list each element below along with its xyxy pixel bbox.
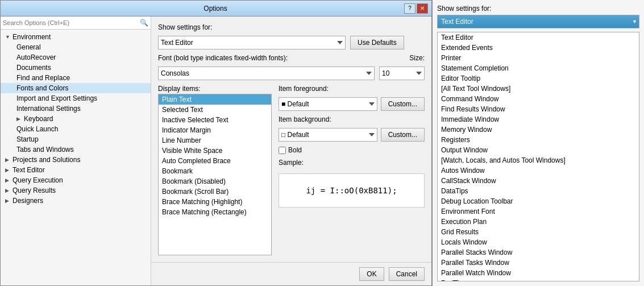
title-bar: Options ? ✕ — [1, 1, 431, 16]
right-list-item[interactable]: Environment Font — [438, 206, 639, 217]
tree-item-fonts-colors[interactable]: Fonts and Colors — [1, 83, 151, 93]
right-list-item[interactable]: Printer — [438, 53, 639, 63]
tree-item-designers[interactable]: ▶ Designers — [1, 196, 151, 206]
bold-checkbox[interactable] — [279, 147, 286, 154]
right-list-item[interactable]: Registers — [438, 135, 639, 145]
settings-panel: Show settings for: Text Editor Use Defau… — [151, 16, 431, 262]
right-list-item[interactable]: Parallel Tasks Window — [438, 258, 639, 268]
list-item[interactable]: Line Number — [159, 135, 271, 146]
right-side-panel: Show settings for: Text Editor ▼ Text Ed… — [432, 0, 644, 286]
right-list-item[interactable]: Grid Results — [438, 227, 639, 237]
search-box[interactable]: 🔍 — [1, 16, 151, 30]
right-list-item[interactable]: Text Editor — [438, 32, 639, 43]
bg-custom-button[interactable]: Custom... — [381, 128, 425, 142]
list-item[interactable]: Brace Matching (Highlight) — [159, 197, 271, 207]
right-panel-dropdown[interactable]: Text Editor — [437, 15, 639, 28]
tree-item-documents[interactable]: Documents — [1, 63, 151, 73]
bold-checkbox-row: Bold — [279, 146, 425, 154]
tree-label: Text Editor — [13, 166, 45, 174]
expand-icon: ▶ — [5, 157, 11, 163]
right-list-item[interactable]: Extended Events — [438, 43, 639, 53]
fg-label-row: Item foreground: — [279, 85, 425, 93]
list-item[interactable]: Plain Text — [159, 94, 271, 105]
right-list-item[interactable]: Execution Plan — [438, 217, 639, 227]
expand-icon: ▼ — [5, 34, 11, 40]
tree-label: Documents — [16, 64, 51, 72]
tree-item-general[interactable]: General — [1, 42, 151, 52]
right-list-item[interactable]: Parallel Stacks Window — [438, 247, 639, 258]
display-items-listbox[interactable]: Plain TextSelected TextInactive Selected… — [158, 94, 272, 255]
dialog-title: Options — [27, 5, 404, 13]
right-list-item[interactable]: [Watch, Locals, and Autos Tool Windows] — [438, 155, 639, 165]
tree-item-international[interactable]: International Settings — [1, 103, 151, 114]
sample-label-row: Sample: — [279, 159, 425, 167]
tree-item-projects-solutions[interactable]: ▶ Projects and Solutions — [1, 155, 151, 165]
right-list-item[interactable]: Statement Completion — [438, 63, 639, 73]
right-list-item[interactable]: [All Text Tool Windows] — [438, 84, 639, 94]
tree-item-query-execution[interactable]: ▶ Query Execution — [1, 175, 151, 185]
expand-icon: ▶ — [5, 177, 11, 183]
list-item[interactable]: Visible White Space — [159, 146, 271, 156]
tree-item-autorecover[interactable]: AutoRecover — [1, 52, 151, 63]
tree-label: Keyboard — [24, 115, 53, 123]
right-panel-list[interactable]: Text EditorExtended EventsPrinterStateme… — [437, 32, 639, 281]
list-item[interactable]: Selected Text — [159, 105, 271, 115]
right-list-item[interactable]: Locals Window — [438, 237, 639, 247]
right-list-item[interactable]: Debug Location Toolbar — [438, 196, 639, 206]
right-list-item[interactable]: Command Window — [438, 94, 639, 104]
right-list-item[interactable]: CallStack Window — [438, 176, 639, 186]
tree-item-find-replace[interactable]: Find and Replace — [1, 73, 151, 83]
right-list-item[interactable]: Memory Window — [438, 125, 639, 135]
foreground-dropdown[interactable]: ■ Default — [279, 97, 377, 111]
list-item[interactable]: Bookmark (Disabled) — [159, 176, 271, 186]
bold-label: Bold — [288, 146, 302, 154]
fg-color-row: ■ Default Custom... — [279, 97, 425, 111]
help-button[interactable]: ? — [404, 3, 416, 14]
size-dropdown[interactable]: 10 — [379, 67, 425, 80]
show-settings-dropdown[interactable]: Text Editor — [158, 36, 346, 49]
font-controls-row: Consolas 10 — [158, 67, 425, 80]
list-item[interactable]: Indicator Margin — [159, 125, 271, 135]
list-item[interactable]: Auto Completed Brace — [159, 156, 271, 166]
font-dropdown[interactable]: Consolas — [158, 67, 375, 80]
background-dropdown[interactable]: □ Default — [279, 128, 377, 142]
expand-icon: ▶ — [5, 198, 11, 204]
right-list-item[interactable]: Output Window — [438, 145, 639, 155]
tree-item-keyboard[interactable]: ▶ Keyboard — [1, 114, 151, 124]
tree-label: Query Results — [13, 186, 56, 194]
title-bar-buttons: ? ✕ — [404, 3, 428, 14]
right-list-item[interactable]: DataTips — [438, 186, 639, 196]
right-list-item[interactable]: Autos Window — [438, 165, 639, 176]
options-dialog: Options ? ✕ 🔍 ▼ Environment General — [0, 0, 432, 286]
tree-label: Import and Export Settings — [16, 94, 97, 102]
right-list-item[interactable]: PerfTips — [438, 278, 639, 281]
fg-custom-button[interactable]: Custom... — [381, 97, 425, 111]
right-list-item[interactable]: Parallel Watch Window — [438, 268, 639, 278]
right-list-item[interactable]: Immediate Window — [438, 114, 639, 125]
right-list-item[interactable]: Find Results Window — [438, 104, 639, 114]
sample-box: ij = I::oO(0xB811); — [279, 173, 425, 208]
ok-button[interactable]: OK — [359, 267, 384, 281]
right-list-item[interactable]: Editor Tooltip — [438, 73, 639, 84]
tree-item-text-editor[interactable]: ▶ Text Editor — [1, 165, 151, 175]
search-input[interactable] — [3, 19, 140, 26]
tree-item-import-export[interactable]: Import and Export Settings — [1, 93, 151, 103]
tree-item-quick-launch[interactable]: Quick Launch — [1, 124, 151, 134]
size-label: Size: — [409, 54, 425, 62]
tree-container: ▼ Environment General AutoRecover Docume… — [1, 30, 151, 285]
list-item[interactable]: Inactive Selected Text — [159, 115, 271, 125]
display-items-section: Display items: Plain TextSelected TextIn… — [158, 85, 425, 255]
list-item[interactable]: Bookmark (Scroll Bar) — [159, 186, 271, 197]
list-item[interactable]: Bookmark — [159, 166, 271, 176]
list-item[interactable]: Brace Matching (Rectangle) — [159, 207, 271, 217]
tree-item-startup[interactable]: Startup — [1, 134, 151, 144]
tree-item-environment[interactable]: ▼ Environment — [1, 32, 151, 42]
cancel-button[interactable]: Cancel — [389, 267, 425, 281]
tree-item-tabs-windows[interactable]: Tabs and Windows — [1, 144, 151, 155]
tree-label: Projects and Solutions — [13, 156, 80, 164]
use-defaults-button[interactable]: Use Defaults — [350, 36, 404, 49]
close-button[interactable]: ✕ — [417, 3, 428, 14]
tree-item-query-results[interactable]: ▶ Query Results — [1, 185, 151, 196]
sample-text: ij = I::oO(0xB811); — [306, 186, 397, 195]
show-settings-label: Show settings for: — [158, 23, 212, 31]
